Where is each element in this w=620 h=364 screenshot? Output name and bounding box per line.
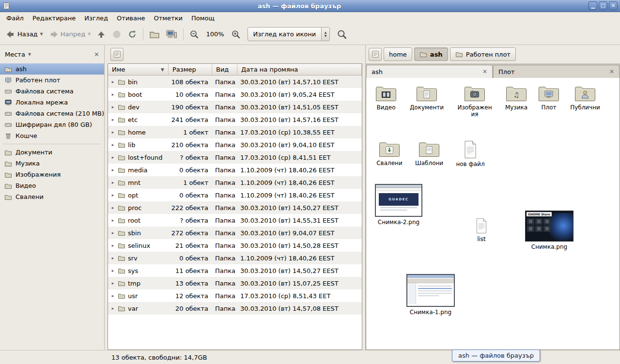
sidebar-item-downloads[interactable]: Свалени	[0, 191, 104, 202]
icon-view-item[interactable]: ♫Музика	[499, 85, 534, 111]
menu-go[interactable]: Отиване	[112, 12, 149, 24]
icon-view-item[interactable]: Снимка-1.png	[406, 274, 455, 316]
expander-icon[interactable]: ▸	[110, 130, 115, 135]
expander-icon[interactable]: ▸	[110, 243, 115, 248]
tree-row[interactable]: ▸lib210 обектаПапка30.03.2010 (вт) 9,04,…	[108, 138, 362, 151]
expander-icon[interactable]: ▸	[110, 193, 115, 197]
sidebar-item-music[interactable]: Музика	[0, 158, 104, 169]
expander-icon[interactable]: ▸	[110, 230, 115, 235]
expander-icon[interactable]: ▸	[110, 79, 115, 84]
tab-close-icon[interactable]: ✕	[482, 68, 487, 75]
icon-view-area[interactable]: ВидеоДокументиИзображения♫МузикаПлотПубл…	[366, 78, 620, 350]
sidebar-item-filesystem[interactable]: Файлова система	[0, 86, 104, 97]
tree-row[interactable]: ▸bin108 обектаПапка30.03.2010 (вт) 14,57…	[108, 76, 362, 88]
breadcrumb-desktop[interactable]: Работен плот	[450, 47, 516, 61]
expander-icon[interactable]: ▸	[110, 256, 115, 260]
icon-view-item[interactable]: Свалени	[372, 140, 407, 167]
column-header-name[interactable]: Име▼	[108, 64, 169, 75]
tree-row[interactable]: ▸sys11 обектаПапка30.03.2010 (вт) 14,50,…	[108, 264, 362, 277]
icon-view-item[interactable]: GNOME StoreСнимка.png	[525, 211, 574, 250]
menu-file[interactable]: Файл	[2, 12, 28, 24]
expander-icon[interactable]: ▸	[110, 306, 115, 311]
stop-button[interactable]	[109, 27, 124, 42]
expander-icon[interactable]: ▸	[110, 105, 115, 109]
expander-icon[interactable]: ▸	[110, 142, 115, 147]
minimize-button[interactable]: ▁	[589, 1, 597, 10]
spinner-arrows-icon[interactable]: ▲▼	[321, 28, 329, 41]
column-header-date[interactable]: Дата на промяна	[237, 64, 362, 75]
tree-row[interactable]: ▸etc241 обектаПапка30.03.2010 (вт) 14,57…	[108, 113, 362, 126]
icon-view-item[interactable]: Изображения	[456, 85, 494, 118]
tree-row[interactable]: ▸root? обектаПапка30.03.2010 (вт) 14,55,…	[108, 214, 362, 227]
tree-row[interactable]: ▸home1 обектПапка17.03.2010 (ср) 10,38,5…	[108, 126, 362, 138]
sidebar-item-videos[interactable]: Видео	[0, 180, 104, 191]
tree-row[interactable]: ▸boot10 обектаПапка30.03.2010 (вт) 9,05,…	[108, 88, 362, 101]
expander-icon[interactable]: ▸	[110, 281, 115, 286]
view-mode-select[interactable]: Изглед като икони ▲▼	[248, 27, 330, 41]
expander-icon[interactable]: ▸	[110, 218, 115, 223]
tree-row[interactable]: ▸mnt1 обектПапка1.10.2009 (чт) 18,40,26 …	[108, 176, 362, 189]
zoom-in-button[interactable]	[228, 27, 244, 42]
computer-button[interactable]	[163, 27, 180, 42]
location-toggle-button[interactable]	[369, 48, 382, 61]
tree-row[interactable]: ▸media0 обектаПапка1.10.2009 (чт) 18,40,…	[108, 164, 362, 176]
icon-view-item[interactable]: list	[464, 218, 499, 243]
sidebar-item-trash[interactable]: Кошче	[0, 130, 104, 141]
tree-row[interactable]: ▸srv0 обектаПапка1.10.2009 (чт) 18,40,26…	[108, 252, 362, 264]
expander-icon[interactable]: ▸	[110, 92, 115, 97]
chevron-down-icon[interactable]: ▼	[28, 52, 31, 57]
icon-view-item[interactable]: GUADECСнимка-2.png	[374, 184, 423, 226]
tab-close-icon[interactable]: ✕	[609, 68, 614, 75]
tab-ash[interactable]: ash✕	[366, 65, 493, 78]
search-button[interactable]	[334, 27, 350, 42]
tree-row[interactable]: ▸tmp13 обектаПапка30.03.2010 (вт) 15,07,…	[108, 277, 362, 289]
breadcrumb-ash[interactable]: ash	[414, 47, 448, 61]
breadcrumb-home[interactable]: home	[384, 47, 412, 61]
home-button[interactable]	[146, 28, 163, 41]
icon-view-item[interactable]: Видео	[369, 85, 403, 111]
tree-row[interactable]: ▸usr12 обектаПапка17.03.2010 (ср) 8,51,4…	[108, 289, 362, 302]
tree-row[interactable]: ▸var20 обектаПапка30.03.2010 (вт) 14,57,…	[108, 302, 362, 315]
reload-button[interactable]	[124, 27, 140, 42]
expander-icon[interactable]: ▸	[110, 117, 115, 122]
menu-bookmarks[interactable]: Отметки	[149, 12, 186, 24]
expander-icon[interactable]: ▸	[110, 268, 115, 273]
expander-icon[interactable]: ▸	[110, 180, 115, 185]
icon-view-item[interactable]: Публични	[566, 85, 604, 111]
column-header-size[interactable]: Размер	[169, 64, 212, 75]
tree-row[interactable]: ▸proc222 обектаПапка30.03.2010 (вт) 14,5…	[108, 201, 362, 214]
menu-help[interactable]: Помощ	[187, 12, 219, 24]
back-button[interactable]: Назад ▼	[3, 27, 46, 42]
icon-view-item[interactable]: Плот	[531, 85, 566, 111]
tree-row[interactable]: ▸selinux21 обектаПапка30.03.2010 (вт) 14…	[108, 239, 362, 252]
menu-view[interactable]: Изглед	[80, 12, 112, 24]
sidebar-item-encrypted-80gb[interactable]: Шифриран дял (80 GB)	[0, 119, 104, 130]
sidebar-item-documents[interactable]: Документи	[0, 147, 104, 158]
icon-view-item[interactable]: Документи	[409, 85, 444, 111]
forward-button[interactable]: Напред ▼	[46, 27, 94, 42]
titlebar[interactable]: ash — файлов браузър ▁ □ ✕	[0, 0, 620, 12]
expander-icon[interactable]: ▸	[110, 205, 115, 210]
taskbar-window-button[interactable]: ash — файлов браузър	[452, 349, 540, 362]
column-header-type[interactable]: Вид	[212, 64, 237, 75]
expander-icon[interactable]: ▸	[110, 167, 115, 172]
sidebar-title[interactable]: Места	[5, 51, 25, 58]
sidebar-item-home-ash[interactable]: ash	[0, 63, 104, 75]
menu-edit[interactable]: Редактиране	[28, 12, 80, 24]
tree-row[interactable]: ▸dev190 обектаПапка30.03.2010 (вт) 14,51…	[108, 101, 362, 113]
tab-desktop[interactable]: Плот✕	[493, 65, 620, 78]
expander-icon[interactable]: ▸	[110, 155, 115, 160]
close-button[interactable]: ✕	[609, 1, 618, 10]
sidebar-close-icon[interactable]: ✕	[94, 51, 99, 58]
tree-row[interactable]: ▸sbin272 обектаПапка30.03.2010 (вт) 9,04…	[108, 227, 362, 239]
maximize-button[interactable]: □	[599, 1, 607, 10]
sidebar-item-filesystem-210mb[interactable]: Файлова система (210 MB)	[0, 108, 104, 119]
sidebar-item-network[interactable]: Локална мрежа	[0, 97, 104, 108]
zoom-out-button[interactable]	[186, 27, 202, 42]
tree-row[interactable]: ▸opt0 обектаПапка1.10.2009 (чт) 18,40,26…	[108, 189, 362, 201]
sidebar-item-pictures[interactable]: Изображения	[0, 169, 104, 180]
tree-row[interactable]: ▸lost+found? обектаПапка17.03.2010 (ср) …	[108, 151, 362, 164]
sidebar-item-desktop[interactable]: Работен плот	[0, 75, 104, 86]
icon-view-item[interactable]: нов файл	[453, 140, 488, 167]
location-toggle-button[interactable]	[110, 48, 124, 61]
